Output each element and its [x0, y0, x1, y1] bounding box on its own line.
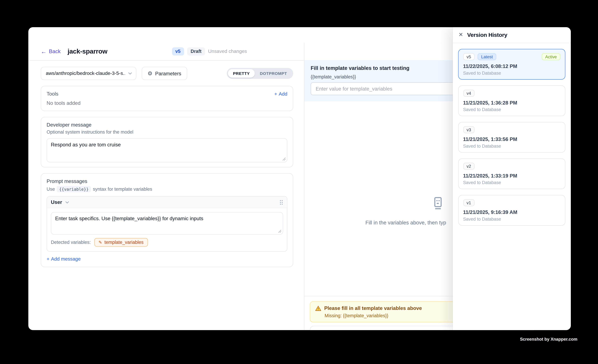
prompt-syntax-hint: Use {{variable}} syntax for template var… [47, 186, 287, 192]
version-timestamp: 11/22/2025, 6:08:12 PM [463, 63, 560, 69]
version-item-v3[interactable]: v3 11/21/2025, 1:33:56 PM Saved to Datab… [458, 122, 565, 153]
model-select[interactable]: aws/anthropic/bedrock-claude-3-5-s... [41, 67, 136, 80]
hint-prefix: Use [47, 186, 55, 192]
version-badge: v5 [172, 47, 184, 55]
add-message-button[interactable]: + Add message [47, 256, 81, 262]
message-role-select[interactable]: User [51, 199, 62, 205]
developer-message-card: Developer message Optional system instru… [41, 117, 293, 167]
model-toolbar: aws/anthropic/bedrock-claude-3-5-s... ⚙ … [41, 67, 293, 80]
version-item-v5[interactable]: v5 Latest Active 11/22/2025, 6:08:12 PM … [458, 49, 565, 80]
developer-message-field-wrap: Respond as you are tom cruise [47, 138, 287, 162]
version-item-v1[interactable]: v1 11/21/2025, 9:16:39 AM Saved to Datab… [458, 195, 565, 226]
version-timestamp: 11/21/2025, 9:16:39 AM [463, 209, 560, 215]
message-field-wrap: Enter task specifics. Use {{template_var… [51, 212, 283, 235]
version-number-badge: v3 [463, 126, 475, 133]
version-timestamp: 11/21/2025, 1:33:56 PM [463, 136, 560, 142]
editor-content: aws/anthropic/bedrock-claude-3-5-s... ⚙ … [28, 61, 304, 273]
active-badge: Active [542, 53, 560, 60]
developer-message-subtitle: Optional system instructions for the mod… [47, 129, 287, 135]
close-icon[interactable]: × [459, 31, 463, 38]
message-role-bar: User [47, 197, 287, 208]
chevron-down-icon[interactable] [65, 201, 69, 203]
editor-header: ← Back jack-sparrow v5 Draft Unsaved cha… [28, 43, 304, 60]
version-saved-status: Saved to Database [463, 217, 560, 221]
add-tool-label: Add [279, 91, 287, 97]
unsaved-changes-label: Unsaved changes [208, 49, 247, 54]
version-number-badge: v1 [463, 199, 475, 206]
version-saved-status: Saved to Database [463, 180, 560, 185]
chevron-down-icon [128, 72, 132, 74]
editor-column: ← Back jack-sparrow v5 Draft Unsaved cha… [28, 43, 304, 330]
tools-title: Tools [47, 91, 58, 97]
model-select-value: aws/anthropic/bedrock-claude-3-5-s... [46, 71, 125, 76]
variable-syntax-chip: {{variable}} [57, 186, 91, 192]
warning-triangle-icon [315, 306, 321, 311]
version-saved-status: Saved to Database [463, 107, 560, 112]
prompt-messages-card: Prompt messages Use {{variable}} syntax … [41, 173, 293, 267]
version-saved-status: Saved to Database [463, 144, 560, 148]
warning-title: Please fill in all template variables ab… [324, 305, 422, 311]
back-arrow-icon: ← [41, 49, 47, 54]
version-timestamp: 11/21/2025, 1:33:19 PM [463, 173, 560, 179]
version-item-v4[interactable]: v4 11/21/2025, 1:36:28 PM Saved to Datab… [458, 85, 565, 116]
app-window: ← Back jack-sparrow v5 Draft Unsaved cha… [28, 27, 571, 330]
message-input[interactable]: Enter task specifics. Use {{template_var… [55, 215, 279, 231]
version-list: v5 Latest Active 11/22/2025, 6:08:12 PM … [453, 43, 571, 232]
version-item-v2[interactable]: v2 11/21/2025, 1:33:19 PM Saved to Datab… [458, 158, 565, 189]
draft-badge: Draft [187, 47, 205, 55]
version-number-badge: v2 [463, 163, 475, 170]
version-timestamp: 11/21/2025, 1:36:28 PM [463, 100, 560, 106]
tools-card: Tools + Add No tools added [41, 86, 293, 111]
plus-icon: + [47, 256, 50, 262]
latest-badge: Latest [478, 53, 496, 60]
empty-state-text: Fill in the variables above, then typ [365, 220, 446, 226]
page-title: jack-sparrow [67, 48, 107, 55]
version-saved-status: Saved to Database [463, 71, 560, 75]
gear-icon: ⚙ [148, 71, 152, 76]
pencil-icon: ✎ [99, 240, 102, 244]
parameters-button[interactable]: ⚙ Parameters [142, 67, 187, 80]
tools-empty-text: No tools added [47, 100, 287, 106]
template-variable-name: template_variables [104, 240, 143, 245]
back-button[interactable]: ← Back [41, 49, 61, 54]
resize-handle-icon[interactable] [282, 157, 286, 161]
screenshot-stage: ← Back jack-sparrow v5 Draft Unsaved cha… [0, 0, 598, 364]
add-tool-button[interactable]: + Add [274, 91, 287, 97]
message-block: User Enter task specifics. Use {{templat… [47, 196, 287, 252]
hint-suffix: syntax for template variables [93, 186, 152, 192]
developer-message-title: Developer message [47, 122, 287, 128]
resize-handle-icon[interactable] [278, 230, 282, 233]
watermark-label: Screenshot by Xnapper.com [520, 337, 577, 341]
detected-variables-label: Detected variables: [51, 240, 91, 245]
bot-face-icon [431, 196, 445, 211]
template-variable-chip[interactable]: ✎ template_variables [94, 238, 148, 247]
version-number-badge: v4 [463, 90, 475, 97]
add-message-label: Add message [51, 256, 81, 262]
format-toggle: PRETTY DOTPROMPT [227, 68, 293, 79]
version-history-panel: × Version History v5 Latest Active 11/22… [453, 27, 571, 330]
version-history-title: Version History [467, 32, 507, 38]
toggle-dotprompt[interactable]: DOTPROMPT [255, 69, 292, 78]
parameters-label: Parameters [155, 71, 181, 76]
back-label: Back [49, 49, 61, 54]
header-badges: v5 Draft Unsaved changes [172, 47, 247, 55]
developer-message-input[interactable]: Respond as you are tom cruise [51, 142, 283, 159]
version-number-badge: v5 [463, 53, 475, 60]
prompt-messages-title: Prompt messages [47, 178, 287, 184]
version-history-header: × Version History [453, 27, 571, 43]
plus-icon: + [274, 91, 277, 97]
drag-handle-icon[interactable] [280, 199, 283, 205]
toggle-pretty[interactable]: PRETTY [228, 69, 255, 78]
detected-variables-row: Detected variables: ✎ template_variables [51, 238, 283, 247]
message-body: Enter task specifics. Use {{template_var… [47, 208, 287, 251]
